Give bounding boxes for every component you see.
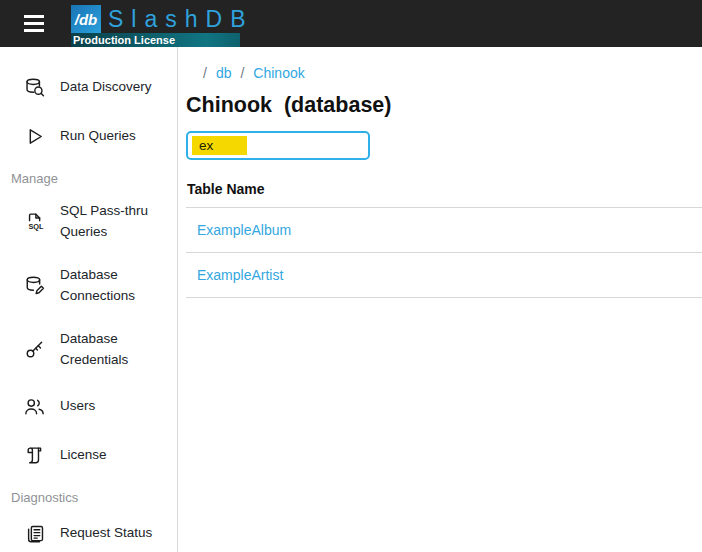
tables-list: Table Name ExampleAlbum ExampleArtist	[186, 177, 702, 298]
search-highlight: ex	[192, 136, 247, 155]
app-header: /db SlashDB Production License	[0, 0, 702, 47]
key-icon	[24, 339, 45, 360]
sidebar-item-users[interactable]: Users	[0, 382, 177, 431]
sidebar-item-license[interactable]: License	[0, 431, 177, 480]
sidebar-item-database-connections[interactable]: Database Connections	[0, 254, 177, 318]
table-name-column-header: Table Name	[186, 177, 702, 208]
sidebar-item-label: Database Connections	[60, 265, 171, 307]
sidebar-item-request-status[interactable]: Request Status	[0, 509, 177, 552]
sidebar-item-sql-passthru-queries[interactable]: SQL SQL Pass-thru Queries	[0, 190, 177, 254]
users-icon	[24, 396, 45, 417]
database-search-icon	[24, 77, 45, 98]
table-row[interactable]: ExampleArtist	[186, 253, 702, 298]
sidebar-item-label: Data Discovery	[60, 77, 152, 98]
sidebar-item-label: Request Status	[60, 523, 152, 544]
database-edit-icon	[24, 275, 45, 296]
svg-text:SQL: SQL	[28, 223, 44, 232]
breadcrumb-separator: /	[240, 65, 244, 81]
sidebar-nav: Data Discovery Run Queries Manage SQL SQ…	[0, 47, 178, 552]
menu-hamburger-icon[interactable]	[24, 15, 44, 32]
request-status-icon	[24, 523, 45, 544]
sql-file-icon: SQL	[24, 211, 45, 232]
sidebar-item-data-discovery[interactable]: Data Discovery	[0, 63, 177, 112]
sidebar-item-label: Run Queries	[60, 126, 136, 147]
table-link-examplealbum[interactable]: ExampleAlbum	[197, 222, 291, 238]
sidebar-item-label: SQL Pass-thru Queries	[60, 201, 171, 243]
table-link-exampleartist[interactable]: ExampleArtist	[197, 267, 283, 283]
play-icon	[24, 126, 45, 147]
sidebar-item-run-queries[interactable]: Run Queries	[0, 112, 177, 161]
brand-logo[interactable]: /db SlashDB Production License	[71, 5, 253, 47]
sidebar-item-label: License	[60, 445, 107, 466]
sidebar-section-diagnostics: Diagnostics	[11, 490, 177, 505]
app-window: /db SlashDB Production License Data Disc…	[0, 0, 702, 552]
table-row[interactable]: ExampleAlbum	[186, 208, 702, 253]
sidebar-item-label: Database Credentials	[60, 329, 171, 371]
license-badge: Production License	[71, 33, 240, 47]
page-title: Chinook (database)	[186, 93, 702, 118]
table-filter-input[interactable]: ex	[186, 131, 370, 160]
sidebar-item-database-credentials[interactable]: Database Credentials	[0, 318, 177, 382]
sidebar-item-label: Users	[60, 396, 95, 417]
breadcrumb-link-db[interactable]: db	[216, 65, 232, 81]
breadcrumb: / db / Chinook	[186, 65, 702, 81]
main-content: / db / Chinook Chinook (database) ex Tab…	[178, 47, 702, 552]
license-scroll-icon	[24, 445, 45, 466]
logo-db-mark: /db	[71, 5, 101, 33]
breadcrumb-link-chinook[interactable]: Chinook	[253, 65, 304, 81]
sidebar-section-manage: Manage	[11, 171, 177, 186]
brand-name: SlashDB	[108, 6, 253, 33]
breadcrumb-separator: /	[203, 65, 207, 81]
